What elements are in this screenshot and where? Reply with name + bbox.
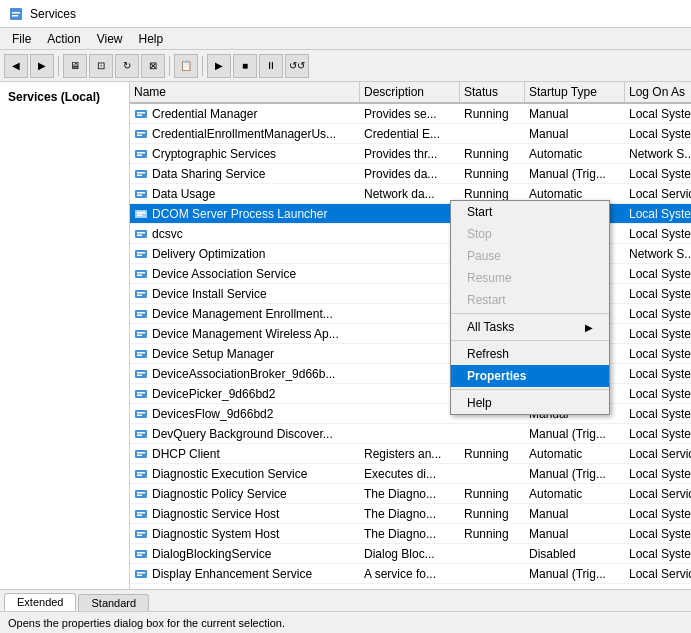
- tab-extended[interactable]: Extended: [4, 593, 76, 611]
- menu-view[interactable]: View: [89, 30, 131, 48]
- table-row[interactable]: CredentialEnrollmentManagerUs... Credent…: [130, 124, 691, 144]
- table-row[interactable]: DialogBlockingService Dialog Bloc... Dis…: [130, 544, 691, 564]
- service-startup-cell: Automatic: [525, 447, 625, 461]
- svg-rect-29: [137, 274, 142, 276]
- service-startup-cell: Manual (Trig...: [525, 467, 625, 481]
- service-icon: [134, 187, 148, 201]
- left-panel-title: Services (Local): [8, 90, 121, 104]
- toolbar-sep3: [202, 56, 203, 76]
- col-header-desc[interactable]: Description: [360, 82, 460, 102]
- service-icon: [134, 147, 148, 161]
- svg-rect-21: [135, 230, 147, 238]
- toolbar-pause[interactable]: ⏸: [259, 54, 283, 78]
- svg-rect-62: [137, 494, 142, 496]
- service-desc-cell: Network da...: [360, 187, 460, 201]
- table-row[interactable]: Diagnostic Service Host The Diagno... Ru…: [130, 504, 691, 524]
- service-name-cell: Data Sharing Service: [130, 167, 360, 181]
- col-header-startup[interactable]: Startup Type: [525, 82, 625, 102]
- services-panel: Name Description Status Startup Type Log…: [130, 82, 691, 589]
- toolbar-btn2[interactable]: ⊡: [89, 54, 113, 78]
- svg-rect-5: [137, 114, 142, 116]
- context-menu-item-ctx-refresh[interactable]: Refresh: [451, 343, 609, 365]
- context-menu-item-ctx-stop: Stop: [451, 223, 609, 245]
- service-desc-cell: Provides thr...: [360, 147, 460, 161]
- svg-rect-73: [137, 572, 145, 574]
- ctx-item-label: Pause: [467, 249, 501, 263]
- service-icon: [134, 547, 148, 561]
- toolbar-back[interactable]: ◀: [4, 54, 28, 78]
- toolbar-start[interactable]: ▶: [207, 54, 231, 78]
- submenu-arrow: ▶: [585, 322, 593, 333]
- table-row[interactable]: Diagnostic Execution Service Executes di…: [130, 464, 691, 484]
- table-row[interactable]: Cryptographic Services Provides thr... R…: [130, 144, 691, 164]
- toolbar-stop[interactable]: ■: [233, 54, 257, 78]
- context-menu: StartStopPauseResumeRestartAll Tasks▶Ref…: [450, 200, 610, 415]
- service-name-cell: DevicesFlow_9d66bd2: [130, 407, 360, 421]
- context-menu-item-ctx-restart: Restart: [451, 289, 609, 311]
- service-logon-cell: Local Syste...: [625, 207, 691, 221]
- col-header-status[interactable]: Status: [460, 82, 525, 102]
- svg-rect-40: [137, 352, 145, 354]
- toolbar-btn4[interactable]: ⊠: [141, 54, 165, 78]
- service-logon-cell: Local Syste...: [625, 267, 691, 281]
- svg-rect-15: [135, 190, 147, 198]
- service-logon-cell: Local Syste...: [625, 467, 691, 481]
- table-row[interactable]: Credential Manager Provides se... Runnin…: [130, 104, 691, 124]
- context-menu-item-ctx-start[interactable]: Start: [451, 201, 609, 223]
- svg-rect-58: [137, 472, 145, 474]
- menu-help[interactable]: Help: [131, 30, 172, 48]
- toolbar-refresh[interactable]: ↻: [115, 54, 139, 78]
- table-row[interactable]: Data Sharing Service Provides da... Runn…: [130, 164, 691, 184]
- service-name-cell: Diagnostic Policy Service: [130, 487, 360, 501]
- toolbar-forward[interactable]: ▶: [30, 54, 54, 78]
- service-name-text: DialogBlockingService: [152, 547, 271, 561]
- svg-rect-17: [137, 194, 142, 196]
- toolbar-properties[interactable]: 📋: [174, 54, 198, 78]
- svg-rect-4: [137, 112, 145, 114]
- svg-rect-43: [137, 372, 145, 374]
- service-startup-cell: Automatic: [525, 487, 625, 501]
- svg-rect-30: [135, 290, 147, 298]
- service-logon-cell: Local Syste...: [625, 547, 691, 561]
- col-header-logon[interactable]: Log On As: [625, 82, 691, 102]
- toolbar-up[interactable]: 🖥: [63, 54, 87, 78]
- svg-rect-37: [137, 332, 145, 334]
- table-row[interactable]: Display Enhancement Service A service fo…: [130, 564, 691, 584]
- service-desc-cell: The Diagno...: [360, 507, 460, 521]
- svg-rect-66: [135, 530, 147, 538]
- service-name-text: DevicePicker_9d66bd2: [152, 387, 275, 401]
- table-row[interactable]: Diagnostic Policy Service The Diagno... …: [130, 484, 691, 504]
- service-startup-cell: Manual (Trig...: [525, 427, 625, 441]
- service-startup-cell: Manual (Trig...: [525, 567, 625, 581]
- table-row[interactable]: DevQuery Background Discover... Manual (…: [130, 424, 691, 444]
- context-menu-item-ctx-help[interactable]: Help: [451, 392, 609, 414]
- service-icon: [134, 267, 148, 281]
- svg-rect-69: [135, 550, 147, 558]
- tab-standard[interactable]: Standard: [78, 594, 149, 611]
- table-row[interactable]: Diagnostic System Host The Diagno... Run…: [130, 524, 691, 544]
- service-name-text: Device Install Service: [152, 287, 267, 301]
- svg-rect-10: [137, 152, 145, 154]
- service-name-cell: Display Enhancement Service: [130, 567, 360, 581]
- svg-rect-35: [137, 314, 142, 316]
- ctx-item-label: All Tasks: [467, 320, 514, 334]
- svg-rect-27: [135, 270, 147, 278]
- table-row[interactable]: Display Policy Service Manages th... Run…: [130, 584, 691, 589]
- toolbar-restart[interactable]: ↺↺: [285, 54, 309, 78]
- table-row[interactable]: DHCP Client Registers an... Running Auto…: [130, 444, 691, 464]
- context-menu-item-ctx-properties[interactable]: Properties: [451, 365, 609, 387]
- col-header-name[interactable]: Name: [130, 82, 360, 102]
- context-menu-item-ctx-all-tasks[interactable]: All Tasks▶: [451, 316, 609, 338]
- menu-action[interactable]: Action: [39, 30, 88, 48]
- svg-rect-72: [135, 570, 147, 578]
- service-icon: [134, 167, 148, 181]
- service-name-cell: DevQuery Background Discover...: [130, 427, 360, 441]
- service-name-cell: Diagnostic Service Host: [130, 507, 360, 521]
- ctx-item-label: Help: [467, 396, 492, 410]
- service-logon-cell: Local Syste...: [625, 507, 691, 521]
- service-name-text: DevQuery Background Discover...: [152, 427, 333, 441]
- service-logon-cell: Local Syste...: [625, 227, 691, 241]
- service-icon: [134, 127, 148, 141]
- menu-file[interactable]: File: [4, 30, 39, 48]
- service-name-cell: Device Install Service: [130, 287, 360, 301]
